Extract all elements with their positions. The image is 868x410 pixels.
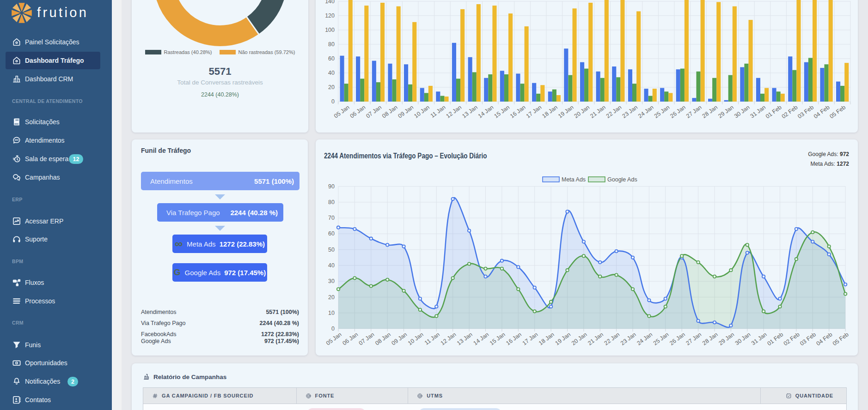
svg-text:60: 60	[328, 230, 335, 237]
svg-text:31 Jan: 31 Jan	[749, 104, 767, 119]
svg-text:25 Jan: 25 Jan	[653, 104, 671, 119]
svg-text:13 Jan: 13 Jan	[461, 104, 479, 119]
svg-text:06 Jan: 06 Jan	[341, 331, 359, 346]
svg-text:80: 80	[328, 199, 335, 205]
svg-text:12 Jan: 12 Jan	[445, 104, 463, 119]
svg-text:01 Feb: 01 Feb	[766, 331, 784, 347]
svg-text:90: 90	[328, 183, 335, 190]
svg-text:0: 0	[331, 326, 335, 332]
svg-text:17 Jan: 17 Jan	[521, 331, 539, 346]
svg-text:05 Feb: 05 Feb	[829, 104, 847, 120]
svg-text:23 Jan: 23 Jan	[621, 104, 639, 119]
svg-text:08 Jan: 08 Jan	[381, 104, 399, 119]
svg-text:01 Feb: 01 Feb	[764, 104, 783, 120]
svg-text:24 Jan: 24 Jan	[636, 331, 654, 346]
svg-text:40: 40	[328, 262, 335, 269]
svg-text:30 Jan: 30 Jan	[733, 104, 751, 119]
svg-text:22 Jan: 22 Jan	[603, 331, 621, 346]
svg-text:14 Jan: 14 Jan	[472, 331, 490, 346]
svg-text:30: 30	[328, 278, 335, 284]
svg-text:19 Jan: 19 Jan	[557, 104, 575, 119]
svg-text:05 Jan: 05 Jan	[325, 331, 343, 346]
svg-text:11 Jan: 11 Jan	[429, 104, 447, 119]
svg-text:05 Feb: 05 Feb	[831, 331, 850, 347]
svg-text:04 Feb: 04 Feb	[813, 104, 831, 120]
svg-text:10: 10	[328, 310, 335, 316]
svg-text:09 Jan: 09 Jan	[397, 104, 415, 119]
svg-text:10 Jan: 10 Jan	[413, 104, 431, 119]
svg-text:140: 140	[325, 0, 335, 5]
svg-text:20: 20	[328, 84, 335, 90]
svg-text:100: 100	[325, 27, 335, 33]
svg-text:21 Jan: 21 Jan	[589, 104, 607, 119]
svg-text:26 Jan: 26 Jan	[668, 331, 686, 346]
svg-text:15 Jan: 15 Jan	[493, 104, 511, 119]
svg-text:21 Jan: 21 Jan	[587, 331, 605, 346]
svg-text:16 Jan: 16 Jan	[509, 104, 527, 119]
svg-text:20 Jan: 20 Jan	[570, 331, 588, 346]
svg-text:27 Jan: 27 Jan	[685, 104, 703, 119]
svg-text:70: 70	[328, 215, 335, 221]
svg-text:09 Jan: 09 Jan	[391, 331, 409, 346]
svg-text:0: 0	[331, 98, 335, 105]
svg-text:28 Jan: 28 Jan	[701, 104, 719, 119]
svg-text:08 Jan: 08 Jan	[374, 331, 392, 346]
svg-text:20 Jan: 20 Jan	[573, 104, 591, 119]
svg-text:120: 120	[325, 12, 335, 19]
svg-text:04 Feb: 04 Feb	[815, 331, 834, 347]
svg-text:03 Feb: 03 Feb	[799, 331, 817, 347]
svg-text:07 Jan: 07 Jan	[365, 104, 383, 119]
svg-text:05 Jan: 05 Jan	[333, 104, 351, 119]
svg-text:10 Jan: 10 Jan	[407, 331, 425, 346]
svg-text:40: 40	[328, 70, 335, 76]
svg-text:31 Jan: 31 Jan	[750, 331, 768, 346]
svg-text:30 Jan: 30 Jan	[734, 331, 752, 346]
svg-text:24 Jan: 24 Jan	[637, 104, 655, 119]
svg-text:15 Jan: 15 Jan	[489, 331, 507, 346]
svg-text:14 Jan: 14 Jan	[477, 104, 495, 119]
svg-text:06 Jan: 06 Jan	[349, 104, 367, 119]
svg-text:Meta Ads: Meta Ads	[562, 176, 586, 183]
svg-text:29 Jan: 29 Jan	[717, 331, 735, 346]
svg-text:25 Jan: 25 Jan	[652, 331, 670, 346]
svg-text:19 Jan: 19 Jan	[554, 331, 572, 346]
svg-text:11 Jan: 11 Jan	[423, 331, 441, 346]
svg-text:26 Jan: 26 Jan	[669, 104, 687, 119]
svg-text:22 Jan: 22 Jan	[605, 104, 623, 119]
svg-text:17 Jan: 17 Jan	[525, 104, 543, 119]
svg-text:13 Jan: 13 Jan	[456, 331, 474, 346]
svg-text:07 Jan: 07 Jan	[358, 331, 376, 346]
svg-text:18 Jan: 18 Jan	[541, 104, 559, 119]
svg-text:18 Jan: 18 Jan	[538, 331, 556, 346]
svg-text:50: 50	[328, 247, 335, 253]
svg-text:60: 60	[328, 55, 335, 62]
svg-text:27 Jan: 27 Jan	[685, 331, 703, 346]
svg-text:02 Feb: 02 Feb	[781, 104, 799, 120]
svg-text:29 Jan: 29 Jan	[717, 104, 735, 119]
svg-text:16 Jan: 16 Jan	[505, 331, 523, 346]
svg-text:Google Ads: Google Ads	[607, 176, 637, 183]
svg-text:03 Feb: 03 Feb	[796, 104, 815, 120]
svg-text:02 Feb: 02 Feb	[782, 331, 801, 347]
svg-text:12 Jan: 12 Jan	[440, 331, 458, 346]
svg-text:28 Jan: 28 Jan	[701, 331, 719, 346]
svg-text:20: 20	[328, 294, 335, 301]
svg-text:80: 80	[328, 41, 335, 48]
svg-text:23 Jan: 23 Jan	[619, 331, 637, 346]
